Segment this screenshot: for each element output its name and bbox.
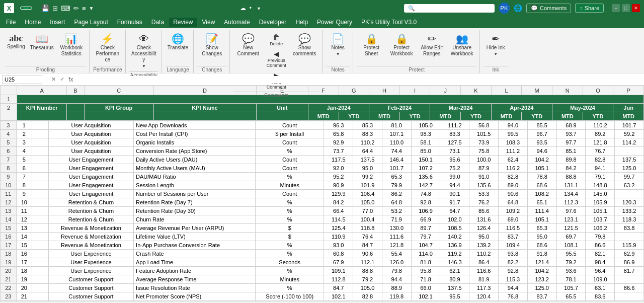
- kpi-name[interactable]: Retention Rate (Day 7): [134, 198, 256, 207]
- kpi-value[interactable]: 90.9: [324, 181, 353, 190]
- kpi-value[interactable]: 95.0: [527, 233, 556, 241]
- kpi-value[interactable]: 93.8: [499, 250, 528, 258]
- kpi-name[interactable]: App Load Time: [134, 258, 256, 267]
- kpi-value[interactable]: 115.9: [615, 241, 644, 250]
- sub-C[interactable]: [84, 112, 153, 121]
- show-changes-button[interactable]: 📝 Show Changes: [197, 32, 226, 58]
- kpi-number[interactable]: 16: [16, 250, 32, 258]
- kpi-value[interactable]: 95.8: [411, 267, 440, 275]
- kpi-value[interactable]: 96.4: [586, 267, 615, 275]
- kpi-unit[interactable]: %: [256, 250, 324, 258]
- menu-help[interactable]: Help: [291, 18, 312, 27]
- kpi-value[interactable]: 101.9: [353, 181, 382, 190]
- cell-b[interactable]: [32, 233, 49, 241]
- kpi-name[interactable]: DAU/MAU Ratio: [134, 173, 256, 181]
- kpi-value[interactable]: 125.4: [324, 224, 353, 233]
- col-header-H[interactable]: H: [369, 86, 400, 95]
- sub-E[interactable]: [256, 112, 308, 121]
- kpi-group[interactable]: Customer Support: [48, 275, 133, 284]
- kpi-number[interactable]: 12: [16, 215, 32, 224]
- kpi-value[interactable]: 105.0: [353, 198, 382, 207]
- col-header-B[interactable]: B: [67, 86, 84, 95]
- kpi-value[interactable]: 114.0: [411, 250, 440, 258]
- profile-icon[interactable]: PK: [499, 3, 510, 14]
- kpi-value[interactable]: 99.2: [353, 173, 382, 181]
- kpi-value[interactable]: 105.9: [586, 198, 615, 207]
- kpi-value[interactable]: 64.4: [353, 147, 382, 156]
- kpi-name[interactable]: Lifetime Value (LTV): [134, 233, 256, 241]
- kpi-value[interactable]: 55.4: [382, 250, 411, 258]
- kpi-value[interactable]: 90.6: [353, 250, 382, 258]
- kpi-group[interactable]: Revenue & Monetization: [48, 241, 133, 250]
- kpi-value[interactable]: 148.8: [586, 181, 615, 190]
- kpi-value[interactable]: 94.1: [586, 164, 615, 173]
- cell-2-P[interactable]: Jun: [613, 104, 644, 112]
- dropdown-icon[interactable]: ▼: [89, 6, 94, 11]
- confirm-formula[interactable]: ✓: [59, 76, 65, 83]
- kpi-value[interactable]: 117.3: [469, 284, 499, 292]
- kpi-value[interactable]: 119.2: [440, 250, 469, 258]
- kpi-value[interactable]: 112.1: [353, 258, 382, 267]
- kpi-value[interactable]: 81.7: [615, 267, 644, 275]
- kpi-unit[interactable]: %: [256, 147, 324, 156]
- kpi-group[interactable]: User Engagement: [48, 156, 133, 164]
- kpi-value[interactable]: 78.1: [556, 275, 586, 284]
- kpi-value[interactable]: 101.5: [469, 130, 499, 138]
- notes-button[interactable]: 📄 Notes ▼: [328, 32, 349, 58]
- kpi-value[interactable]: 114.2: [615, 138, 644, 147]
- spelling-button[interactable]: abc Spelling: [5, 32, 27, 51]
- kpi-value[interactable]: 75.2: [440, 164, 469, 173]
- kpi-value[interactable]: 108.5: [440, 224, 469, 233]
- kpi-value[interactable]: 82.2: [499, 258, 528, 267]
- kpi-value[interactable]: 106.2: [586, 224, 615, 233]
- autosave-toggle[interactable]: [20, 7, 32, 10]
- menu-file[interactable]: File: [2, 18, 20, 27]
- kpi-unit[interactable]: Minutes: [256, 275, 324, 284]
- kpi-value[interactable]: 86.6: [586, 241, 615, 250]
- kpi-value[interactable]: 110.2: [586, 121, 615, 130]
- kpi-value[interactable]: 81.9: [469, 275, 499, 284]
- kpi-value[interactable]: 121.8: [586, 138, 615, 147]
- sub-A[interactable]: [17, 112, 67, 121]
- kpi-value[interactable]: 65.8: [324, 130, 353, 138]
- kpi-value[interactable]: 94.4: [440, 181, 469, 190]
- col-header-G[interactable]: G: [339, 86, 369, 95]
- kpi-value[interactable]: 80.9: [440, 275, 469, 284]
- cell-b[interactable]: [32, 181, 49, 190]
- kpi-number[interactable]: 9: [16, 190, 32, 198]
- kpi-value[interactable]: 83.6: [586, 292, 615, 301]
- kpi-value[interactable]: 86.6: [615, 284, 644, 292]
- col-header-C[interactable]: C: [84, 86, 153, 95]
- cell-b[interactable]: [32, 138, 49, 147]
- col-header-K[interactable]: K: [461, 86, 492, 95]
- kpi-value[interactable]: 137.5: [615, 156, 644, 164]
- kpi-value[interactable]: 78.8: [527, 173, 556, 181]
- kpi-number[interactable]: 5: [16, 156, 32, 164]
- kpi-value[interactable]: 111.2: [499, 147, 528, 156]
- kpi-unit[interactable]: Count: [256, 138, 324, 147]
- kpi-number[interactable]: 7: [16, 173, 32, 181]
- cell-b[interactable]: [32, 258, 49, 267]
- kpi-value[interactable]: 101.7: [382, 164, 411, 173]
- kpi-value[interactable]: 76.4: [353, 233, 382, 241]
- kpi-value[interactable]: 65.5: [556, 292, 586, 301]
- kpi-value[interactable]: 62.4: [499, 156, 528, 164]
- kpi-value[interactable]: 93.5: [527, 138, 556, 147]
- kpi-value[interactable]: 118.8: [353, 224, 382, 233]
- kpi-value[interactable]: 88.8: [353, 267, 382, 275]
- kpi-value[interactable]: 92.8: [499, 267, 528, 275]
- kpi-value[interactable]: 94.4: [382, 275, 411, 284]
- kpi-name[interactable]: Feature Adoption Rate: [134, 267, 256, 275]
- kpi-number[interactable]: 19: [16, 275, 32, 284]
- previous-comment-button[interactable]: ◀ Previous Comment: [264, 49, 289, 69]
- kpi-value[interactable]: 95.5: [556, 250, 586, 258]
- kpi-value[interactable]: 81.8: [411, 258, 440, 267]
- kpi-value[interactable]: 110.2: [353, 138, 382, 147]
- kpi-value[interactable]: 91.8: [527, 250, 556, 258]
- kpi-value[interactable]: 136.9: [440, 241, 469, 250]
- cell-b[interactable]: [32, 147, 49, 156]
- col-header-O[interactable]: O: [583, 86, 613, 95]
- kpi-value[interactable]: 60.8: [324, 250, 353, 258]
- menu-developer[interactable]: Developer: [255, 18, 291, 27]
- kpi-value[interactable]: 101.7: [615, 121, 644, 130]
